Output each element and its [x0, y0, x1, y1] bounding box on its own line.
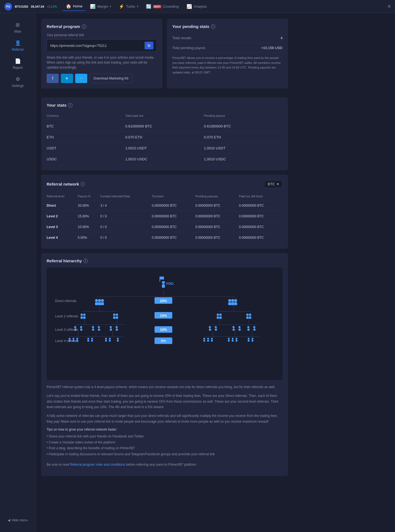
referral-hierarchy-title: Referral hierarchy i — [47, 258, 283, 263]
chevron-down-icon-turbo: ▾ — [137, 5, 138, 8]
home-icon: 🏠 — [66, 4, 71, 9]
network-table-body: Direct 20.00% 3 / 4 0.00000000 BTC 0.000… — [47, 200, 283, 243]
telegram-icon: ✈ — [65, 76, 69, 81]
svg-point-3 — [162, 281, 165, 284]
svg-text:Direct referrals: Direct referrals — [55, 299, 77, 303]
sidebar-item-referral[interactable]: 👤 Referral — [0, 37, 35, 55]
info-icon-referral[interactable]: i — [82, 24, 86, 29]
nav-links: 🏠 Home 📊 Margin ▾ ⚡ Turbo ▾ 🔄 HOT! Coves… — [63, 2, 388, 11]
svg-point-91 — [91, 338, 93, 339]
chevron-down-icon-currency: ▾ — [277, 182, 279, 186]
svg-point-68 — [215, 326, 217, 328]
total-pending-payout-row: Total pending payout ≈10,156 USD — [172, 43, 283, 53]
hot-badge: HOT! — [153, 5, 161, 8]
nav-item-covesting[interactable]: 🔄 HOT! Covesting — [143, 2, 182, 11]
footer-note: Be sure to read Referral program rules a… — [47, 462, 283, 467]
nav-item-home[interactable]: 🏠 Home — [63, 2, 86, 11]
download-marketing-kit-button[interactable]: Download Marketing Kit — [89, 74, 132, 83]
nav-item-margin[interactable]: 📊 Margin ▾ — [87, 2, 114, 11]
svg-rect-112 — [228, 340, 230, 342]
top-section: Referral program i Your personal referra… — [41, 19, 288, 93]
hide-menu-button[interactable]: ◀ Hide menu — [0, 514, 35, 527]
svg-rect-63 — [116, 329, 118, 331]
share-buttons: f ✈ 🐦 Download Marketing Kit — [47, 74, 157, 83]
network-header: Referral network i BTC ▾ — [47, 180, 283, 188]
svg-point-89 — [87, 338, 89, 339]
svg-point-60 — [110, 326, 112, 328]
svg-point-41 — [246, 314, 249, 316]
hierarchy-svg: YOU 20% — [52, 273, 277, 374]
svg-rect-98 — [117, 340, 119, 342]
twitter-icon: 🐦 — [79, 76, 84, 81]
svg-rect-21 — [234, 302, 237, 305]
sidebar-item-settings[interactable]: ⚙ Settings — [0, 73, 35, 91]
currency-selector[interactable]: BTC ▾ — [264, 180, 283, 188]
pending-stats-title: Your pending stats i — [172, 24, 283, 29]
svg-rect-110 — [211, 340, 213, 342]
share-description: Share this link with your friends, or us… — [47, 55, 157, 70]
svg-point-9 — [98, 299, 101, 302]
chevron-left-icon: ◀ — [8, 518, 10, 522]
referral-network-card: Referral network i BTC ▾ Referral level … — [41, 175, 288, 249]
referral-program-card: Referral program i Your personal referra… — [41, 19, 162, 89]
nav-item-turbo[interactable]: ⚡ Turbo ▾ — [115, 2, 141, 11]
topnav: PX BTC/USD 39,347.84 +3.12% 🏠 Home 📊 Mar… — [0, 0, 395, 13]
svg-rect-11 — [95, 302, 98, 305]
referral-link-input[interactable] — [50, 44, 145, 48]
svg-rect-75 — [247, 329, 250, 331]
svg-text:20%: 20% — [160, 299, 167, 303]
nav-item-analysis[interactable]: 📈 Analysis — [183, 2, 210, 11]
svg-point-10 — [101, 299, 104, 302]
svg-rect-4 — [162, 284, 165, 288]
hierarchy-desc3: A fully active network of referrals can … — [47, 413, 283, 424]
svg-rect-1 — [160, 277, 164, 280]
referral-rules-link[interactable]: Referral program rules and conditions — [70, 463, 125, 466]
svg-text:15%: 15% — [160, 314, 167, 318]
col-funded: Funded referrals/Total — [100, 192, 152, 200]
svg-rect-114 — [232, 340, 233, 342]
svg-text:10%: 10% — [160, 328, 167, 332]
svg-rect-92 — [91, 340, 93, 342]
svg-rect-90 — [87, 340, 89, 342]
network-row-direct: Direct 20.00% 3 / 4 0.00000000 BTC 0.000… — [47, 200, 283, 211]
network-table-head: Referral level Payout % Funded referrals… — [47, 192, 283, 200]
stats-row-eth: ETH 0,070 ETH 0,070 ETH — [47, 132, 283, 143]
svg-rect-73 — [239, 329, 241, 331]
svg-rect-34 — [116, 317, 118, 319]
margin-icon: 📊 — [90, 4, 95, 9]
svg-rect-116 — [236, 340, 237, 342]
svg-rect-55 — [80, 329, 83, 331]
svg-point-56 — [92, 326, 94, 328]
stats-table-header: Currency Total paid out Pending payout — [47, 112, 283, 120]
info-icon-pending[interactable]: i — [211, 24, 215, 29]
info-icon-hierarchy[interactable]: i — [83, 259, 88, 263]
svg-point-58 — [98, 326, 100, 328]
svg-text:5%: 5% — [161, 339, 166, 343]
info-icon-stats[interactable]: i — [68, 103, 72, 107]
svg-point-115 — [236, 338, 237, 339]
svg-rect-0 — [52, 273, 277, 374]
telegram-share-button[interactable]: ✈ — [61, 74, 73, 83]
svg-rect-40 — [219, 317, 222, 319]
svg-rect-13 — [101, 302, 104, 305]
your-stats-title: Your stats i — [47, 103, 283, 107]
svg-point-8 — [95, 299, 98, 302]
your-stats-card: Your stats i Currency Total paid out Pen… — [41, 97, 288, 170]
twitter-share-button[interactable]: 🐦 — [75, 74, 87, 83]
network-row-level2: Level 2 15.00% 0 / 0 0.00000000 BTC 0.00… — [47, 211, 283, 222]
facebook-share-button[interactable]: f — [47, 74, 59, 83]
sidebar-item-report[interactable]: 📄 Report — [0, 55, 35, 73]
menu-button[interactable]: ≡ — [388, 4, 391, 9]
svg-rect-33 — [113, 317, 115, 319]
svg-point-107 — [207, 338, 209, 339]
svg-point-16 — [228, 299, 231, 302]
copy-button[interactable]: ⧉ — [145, 42, 153, 49]
svg-rect-94 — [105, 340, 107, 342]
analysis-icon: 📈 — [187, 4, 192, 9]
svg-point-31 — [113, 314, 115, 316]
svg-text:Level 2 refferals: Level 2 refferals — [55, 314, 78, 318]
svg-point-54 — [80, 326, 82, 328]
svg-point-70 — [233, 326, 235, 328]
sidebar-item-main[interactable]: ⊞ Main — [0, 19, 35, 37]
info-icon-network[interactable]: i — [81, 182, 85, 186]
